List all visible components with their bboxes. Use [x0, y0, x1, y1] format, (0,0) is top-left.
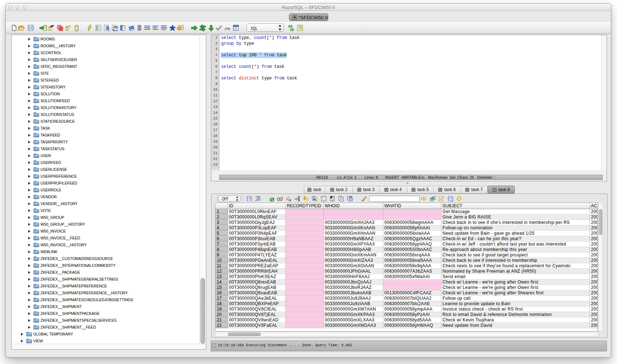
- svg-text:66: 66: [288, 25, 293, 29]
